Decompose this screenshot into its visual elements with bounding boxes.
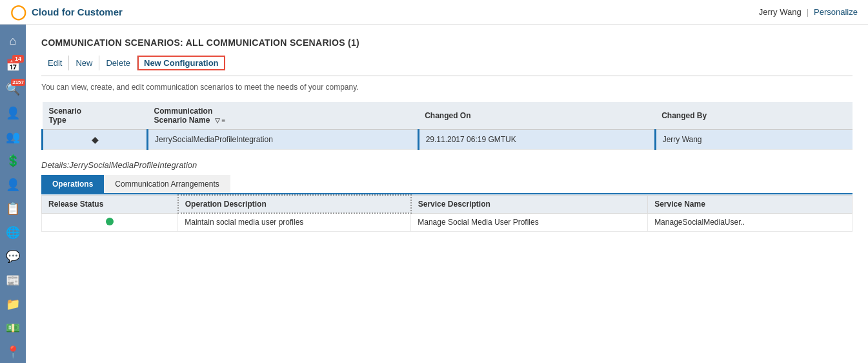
- sidebar-item-finance[interactable]: 💲: [1, 149, 25, 172]
- sidebar-item-contacts[interactable]: 👤: [1, 173, 25, 196]
- tab-operations[interactable]: Operations: [41, 175, 104, 193]
- tabs-bar: Operations Communication Arrangements: [41, 175, 853, 194]
- col-changed-on: Changed On: [418, 102, 655, 130]
- sidebar-item-team[interactable]: 👥: [1, 125, 25, 148]
- sidebar-item-reports[interactable]: 📋: [1, 197, 25, 220]
- user-icon: 👤: [6, 106, 20, 120]
- tab-communication-arrangements[interactable]: Communication Arrangements: [104, 175, 230, 193]
- edit-button[interactable]: Edit: [41, 56, 69, 70]
- new-button[interactable]: New: [69, 56, 99, 70]
- sidebar-item-news[interactable]: 📰: [1, 269, 25, 291]
- ops-col-release-status: Release Status: [42, 195, 178, 213]
- status-dot-green: [106, 218, 114, 225]
- sidebar-item-location[interactable]: 📍: [1, 340, 25, 363]
- ops-cell-service-desc: Manage Social Media User Profiles: [411, 213, 648, 231]
- sidebar-item-calendar[interactable]: 📅 14: [1, 54, 25, 76]
- cell-scenario-type: ◆: [43, 130, 148, 150]
- documents-icon: 📁: [6, 297, 20, 311]
- logo-icon: ◯: [10, 4, 26, 21]
- ops-col-operation-desc: Operation Description: [178, 195, 411, 213]
- search-badge: 2157: [11, 79, 25, 86]
- location-icon: 📍: [6, 345, 20, 359]
- sidebar-item-messages[interactable]: 💬: [1, 245, 25, 267]
- page-title: COMMUNICATION SCENARIOS: ALL COMMUNICATI…: [41, 37, 853, 48]
- sidebar-item-user[interactable]: 👤: [1, 101, 25, 124]
- news-icon: 📰: [6, 273, 20, 287]
- global-icon: 🌐: [6, 225, 20, 240]
- col-scenario-type: ScenarioType: [43, 102, 148, 130]
- table-row[interactable]: ◆ JerrySocialMediaProfileIntegration 29.…: [43, 130, 853, 150]
- ops-table-row[interactable]: Maintain social media user profiles Mana…: [42, 213, 853, 231]
- finance-icon: 💲: [6, 154, 20, 168]
- messages-icon: 💬: [6, 249, 20, 264]
- user-name: Jerry Wang: [759, 7, 802, 17]
- calendar-badge: 14: [12, 55, 24, 63]
- details-title: Details:JerrySocialMediaProfileIntegrati…: [41, 160, 853, 170]
- top-bar-left: ◯ Cloud for Customer: [10, 4, 123, 21]
- diamond-icon: ◆: [92, 134, 99, 145]
- team-icon: 👥: [6, 130, 20, 144]
- col-changed-by: Changed By: [655, 102, 853, 130]
- reports-icon: 📋: [6, 202, 20, 216]
- operations-table: Release Status Operation Description Ser…: [41, 194, 853, 232]
- top-bar-right: Jerry Wang | Personalize: [759, 7, 858, 17]
- top-bar: ◯ Cloud for Customer Jerry Wang | Person…: [0, 0, 868, 25]
- ops-cell-release-status: [42, 213, 178, 231]
- ops-cell-service-name: ManageSocialMediaUser..: [648, 213, 853, 231]
- ops-cell-operation-desc: Maintain social media user profiles: [178, 213, 411, 231]
- primary-sidebar: ⌂ 📅 14 🔍 2157 👤 👥 💲 👤 📋 🌐 💬: [0, 25, 26, 363]
- layout: ⌂ 📅 14 🔍 2157 👤 👥 💲 👤 📋 🌐 💬: [0, 25, 868, 363]
- main-content: COMMUNICATION SCENARIOS: ALL COMMUNICATI…: [26, 25, 868, 363]
- billing-icon: 💵: [6, 321, 20, 335]
- personalize-link[interactable]: Personalize: [814, 7, 858, 17]
- delete-button[interactable]: Delete: [99, 56, 137, 70]
- new-configuration-button[interactable]: New Configuration: [137, 56, 225, 70]
- description-text: You can view, create, and edit communica…: [41, 83, 853, 92]
- scenarios-table: ScenarioType CommunicationScenario Name …: [41, 102, 853, 150]
- sidebar-item-global[interactable]: 🌐: [1, 221, 25, 244]
- cell-scenario-name: JerrySocialMediaProfileIntegration: [148, 130, 419, 150]
- cell-changed-on: 29.11.2017 06:19 GMTUK: [418, 130, 655, 150]
- home-icon: ⌂: [10, 34, 17, 48]
- filter-icons[interactable]: ▽ ≡: [215, 117, 226, 124]
- contacts-icon: 👤: [6, 178, 20, 192]
- col-scenario-name: CommunicationScenario Name ▽ ≡: [148, 102, 419, 130]
- sidebar-item-search[interactable]: 🔍 2157: [1, 78, 25, 100]
- cell-changed-by: Jerry Wang: [655, 130, 853, 150]
- sidebar-item-documents[interactable]: 📁: [1, 293, 25, 315]
- toolbar: Edit New Delete New Configuration: [41, 56, 853, 76]
- app-title: Cloud for Customer: [32, 6, 123, 17]
- sidebar-item-home[interactable]: ⌂: [1, 30, 25, 52]
- ops-col-service-desc: Service Description: [411, 195, 648, 213]
- ops-col-service-name: Service Name: [648, 195, 853, 213]
- sidebar-item-billing[interactable]: 💵: [1, 316, 25, 339]
- divider: |: [807, 7, 809, 17]
